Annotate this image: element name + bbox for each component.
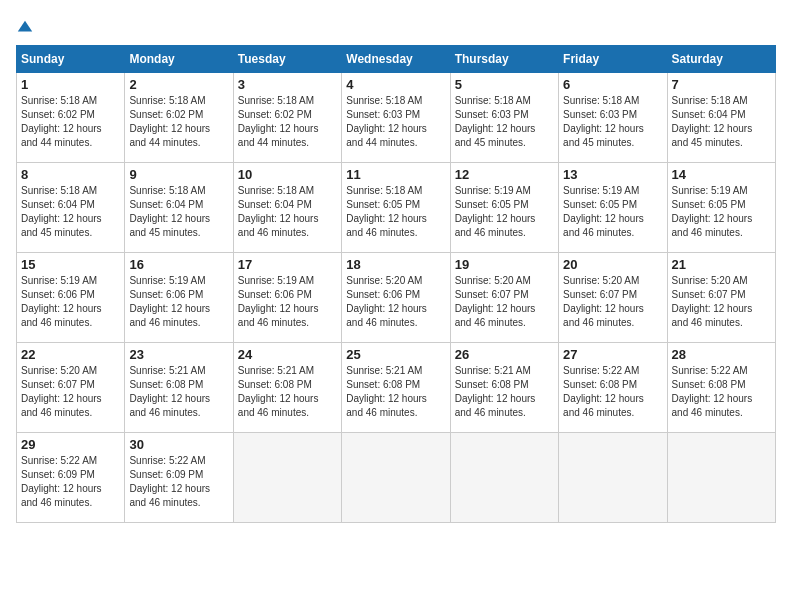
day-detail: Sunrise: 5:22 AMSunset: 6:09 PMDaylight:…: [129, 455, 210, 508]
calendar-cell: 18 Sunrise: 5:20 AMSunset: 6:06 PMDaylig…: [342, 253, 450, 343]
page-header: [16, 16, 776, 37]
calendar-cell: [667, 433, 775, 523]
day-detail: Sunrise: 5:19 AMSunset: 6:05 PMDaylight:…: [455, 185, 536, 238]
calendar-cell: 10 Sunrise: 5:18 AMSunset: 6:04 PMDaylig…: [233, 163, 341, 253]
day-number: 6: [563, 77, 662, 92]
day-detail: Sunrise: 5:18 AMSunset: 6:02 PMDaylight:…: [238, 95, 319, 148]
day-number: 2: [129, 77, 228, 92]
day-number: 4: [346, 77, 445, 92]
day-number: 24: [238, 347, 337, 362]
calendar-week-4: 22 Sunrise: 5:20 AMSunset: 6:07 PMDaylig…: [17, 343, 776, 433]
day-number: 3: [238, 77, 337, 92]
calendar-cell: 11 Sunrise: 5:18 AMSunset: 6:05 PMDaylig…: [342, 163, 450, 253]
day-detail: Sunrise: 5:21 AMSunset: 6:08 PMDaylight:…: [455, 365, 536, 418]
calendar-cell: 29 Sunrise: 5:22 AMSunset: 6:09 PMDaylig…: [17, 433, 125, 523]
day-detail: Sunrise: 5:20 AMSunset: 6:07 PMDaylight:…: [672, 275, 753, 328]
calendar-week-1: 1 Sunrise: 5:18 AMSunset: 6:02 PMDayligh…: [17, 73, 776, 163]
day-detail: Sunrise: 5:18 AMSunset: 6:05 PMDaylight:…: [346, 185, 427, 238]
calendar-header-tuesday: Tuesday: [233, 46, 341, 73]
calendar-cell: 8 Sunrise: 5:18 AMSunset: 6:04 PMDayligh…: [17, 163, 125, 253]
calendar-cell: 25 Sunrise: 5:21 AMSunset: 6:08 PMDaylig…: [342, 343, 450, 433]
day-number: 16: [129, 257, 228, 272]
calendar-cell: [450, 433, 558, 523]
day-detail: Sunrise: 5:18 AMSunset: 6:04 PMDaylight:…: [672, 95, 753, 148]
calendar-cell: 9 Sunrise: 5:18 AMSunset: 6:04 PMDayligh…: [125, 163, 233, 253]
day-number: 23: [129, 347, 228, 362]
calendar-cell: 19 Sunrise: 5:20 AMSunset: 6:07 PMDaylig…: [450, 253, 558, 343]
calendar-cell: [233, 433, 341, 523]
day-number: 21: [672, 257, 771, 272]
day-number: 28: [672, 347, 771, 362]
calendar-cell: 2 Sunrise: 5:18 AMSunset: 6:02 PMDayligh…: [125, 73, 233, 163]
calendar-cell: 15 Sunrise: 5:19 AMSunset: 6:06 PMDaylig…: [17, 253, 125, 343]
day-detail: Sunrise: 5:18 AMSunset: 6:03 PMDaylight:…: [346, 95, 427, 148]
day-number: 8: [21, 167, 120, 182]
calendar-cell: 20 Sunrise: 5:20 AMSunset: 6:07 PMDaylig…: [559, 253, 667, 343]
day-number: 5: [455, 77, 554, 92]
day-number: 18: [346, 257, 445, 272]
day-number: 27: [563, 347, 662, 362]
day-number: 7: [672, 77, 771, 92]
day-detail: Sunrise: 5:19 AMSunset: 6:06 PMDaylight:…: [238, 275, 319, 328]
day-number: 13: [563, 167, 662, 182]
calendar-cell: 28 Sunrise: 5:22 AMSunset: 6:08 PMDaylig…: [667, 343, 775, 433]
calendar-cell: 22 Sunrise: 5:20 AMSunset: 6:07 PMDaylig…: [17, 343, 125, 433]
day-detail: Sunrise: 5:18 AMSunset: 6:02 PMDaylight:…: [129, 95, 210, 148]
calendar-cell: 23 Sunrise: 5:21 AMSunset: 6:08 PMDaylig…: [125, 343, 233, 433]
calendar-cell: 3 Sunrise: 5:18 AMSunset: 6:02 PMDayligh…: [233, 73, 341, 163]
day-number: 29: [21, 437, 120, 452]
day-number: 11: [346, 167, 445, 182]
calendar-cell: [559, 433, 667, 523]
day-number: 17: [238, 257, 337, 272]
calendar-table: SundayMondayTuesdayWednesdayThursdayFrid…: [16, 45, 776, 523]
day-number: 30: [129, 437, 228, 452]
logo-icon: [16, 19, 34, 37]
day-detail: Sunrise: 5:21 AMSunset: 6:08 PMDaylight:…: [238, 365, 319, 418]
calendar-cell: [342, 433, 450, 523]
day-number: 9: [129, 167, 228, 182]
day-detail: Sunrise: 5:19 AMSunset: 6:06 PMDaylight:…: [129, 275, 210, 328]
day-detail: Sunrise: 5:20 AMSunset: 6:07 PMDaylight:…: [455, 275, 536, 328]
calendar-cell: 17 Sunrise: 5:19 AMSunset: 6:06 PMDaylig…: [233, 253, 341, 343]
day-detail: Sunrise: 5:21 AMSunset: 6:08 PMDaylight:…: [129, 365, 210, 418]
day-detail: Sunrise: 5:18 AMSunset: 6:04 PMDaylight:…: [21, 185, 102, 238]
day-detail: Sunrise: 5:18 AMSunset: 6:04 PMDaylight:…: [129, 185, 210, 238]
day-number: 14: [672, 167, 771, 182]
calendar-cell: 26 Sunrise: 5:21 AMSunset: 6:08 PMDaylig…: [450, 343, 558, 433]
day-detail: Sunrise: 5:18 AMSunset: 6:04 PMDaylight:…: [238, 185, 319, 238]
calendar-header-saturday: Saturday: [667, 46, 775, 73]
day-number: 25: [346, 347, 445, 362]
calendar-week-3: 15 Sunrise: 5:19 AMSunset: 6:06 PMDaylig…: [17, 253, 776, 343]
day-number: 1: [21, 77, 120, 92]
day-detail: Sunrise: 5:20 AMSunset: 6:06 PMDaylight:…: [346, 275, 427, 328]
day-detail: Sunrise: 5:20 AMSunset: 6:07 PMDaylight:…: [21, 365, 102, 418]
calendar-cell: 27 Sunrise: 5:22 AMSunset: 6:08 PMDaylig…: [559, 343, 667, 433]
logo: [16, 16, 34, 37]
day-number: 19: [455, 257, 554, 272]
day-detail: Sunrise: 5:19 AMSunset: 6:05 PMDaylight:…: [672, 185, 753, 238]
calendar-cell: 16 Sunrise: 5:19 AMSunset: 6:06 PMDaylig…: [125, 253, 233, 343]
calendar-cell: 4 Sunrise: 5:18 AMSunset: 6:03 PMDayligh…: [342, 73, 450, 163]
calendar-cell: 30 Sunrise: 5:22 AMSunset: 6:09 PMDaylig…: [125, 433, 233, 523]
day-detail: Sunrise: 5:18 AMSunset: 6:03 PMDaylight:…: [455, 95, 536, 148]
calendar-cell: 12 Sunrise: 5:19 AMSunset: 6:05 PMDaylig…: [450, 163, 558, 253]
calendar-week-2: 8 Sunrise: 5:18 AMSunset: 6:04 PMDayligh…: [17, 163, 776, 253]
day-number: 22: [21, 347, 120, 362]
calendar-header-sunday: Sunday: [17, 46, 125, 73]
calendar-cell: 7 Sunrise: 5:18 AMSunset: 6:04 PMDayligh…: [667, 73, 775, 163]
svg-marker-0: [18, 21, 32, 32]
day-detail: Sunrise: 5:18 AMSunset: 6:02 PMDaylight:…: [21, 95, 102, 148]
day-detail: Sunrise: 5:19 AMSunset: 6:05 PMDaylight:…: [563, 185, 644, 238]
day-number: 20: [563, 257, 662, 272]
calendar-cell: 1 Sunrise: 5:18 AMSunset: 6:02 PMDayligh…: [17, 73, 125, 163]
day-number: 12: [455, 167, 554, 182]
calendar-cell: 13 Sunrise: 5:19 AMSunset: 6:05 PMDaylig…: [559, 163, 667, 253]
day-number: 15: [21, 257, 120, 272]
day-detail: Sunrise: 5:19 AMSunset: 6:06 PMDaylight:…: [21, 275, 102, 328]
calendar-cell: 24 Sunrise: 5:21 AMSunset: 6:08 PMDaylig…: [233, 343, 341, 433]
calendar-cell: 21 Sunrise: 5:20 AMSunset: 6:07 PMDaylig…: [667, 253, 775, 343]
calendar-cell: 14 Sunrise: 5:19 AMSunset: 6:05 PMDaylig…: [667, 163, 775, 253]
day-detail: Sunrise: 5:18 AMSunset: 6:03 PMDaylight:…: [563, 95, 644, 148]
calendar-header-friday: Friday: [559, 46, 667, 73]
day-number: 10: [238, 167, 337, 182]
